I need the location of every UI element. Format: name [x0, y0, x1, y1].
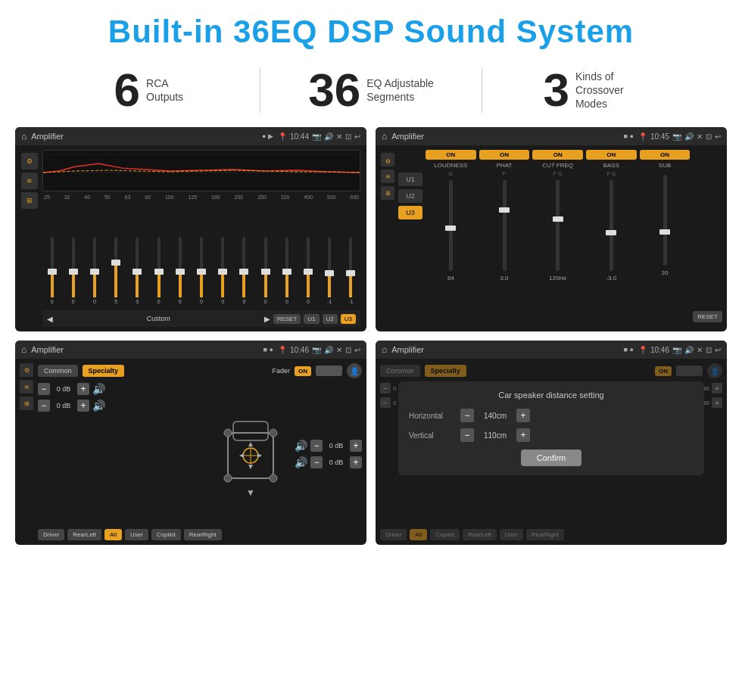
eq-track-11[interactable] [264, 237, 267, 297]
eq-u2-btn[interactable]: U2 [323, 314, 338, 324]
eq-track-14[interactable] [328, 237, 331, 297]
fader-rr-minus[interactable]: − [310, 456, 323, 468]
eq-track-10[interactable] [242, 237, 245, 297]
cr-phat-on[interactable]: ON [479, 150, 530, 160]
cr-preset-u3[interactable]: U3 [398, 206, 422, 219]
fader-rr-plus[interactable]: + [350, 456, 362, 468]
dialog-vertical-plus[interactable]: + [516, 428, 530, 442]
fader-btn-rearright[interactable]: RearRight [184, 529, 222, 540]
fader-fr-minus[interactable]: − [310, 440, 323, 452]
fader-rl-minus[interactable]: − [38, 400, 50, 412]
cr-sidebar-btn1[interactable]: ⚙ [381, 153, 394, 166]
fader-tab-common[interactable]: Common [38, 365, 78, 377]
cr-preset-u2[interactable]: U2 [398, 189, 422, 203]
eq-track-1[interactable] [51, 237, 54, 297]
fader-btn-all[interactable]: All [104, 529, 122, 540]
cr-sub-slider[interactable] [663, 175, 667, 266]
svg-marker-13 [248, 465, 253, 469]
eq-track-6[interactable] [157, 237, 161, 297]
cr-sub-label: SUB [659, 162, 671, 169]
dlg-bg-profile: 👤 [707, 363, 722, 378]
eq-track-8[interactable] [200, 237, 203, 297]
eq-sidebar-btn1[interactable]: ⚙ [21, 153, 38, 170]
fader-btn-driver[interactable]: Driver [38, 529, 64, 540]
fader-back-icon: ↩ [354, 346, 360, 354]
fader-profile-icon[interactable]: 👤 [347, 363, 362, 378]
dialog-horizontal-plus[interactable]: + [516, 409, 530, 422]
fader-rl-plus[interactable]: + [77, 400, 89, 412]
fader-row-rl: − 0 dB + 🔊 [38, 400, 207, 412]
cr-sidebar-btn2[interactable]: ≋ [381, 170, 394, 183]
fader-down-arrow[interactable]: ▼ [246, 487, 255, 498]
cr-bass-on[interactable]: ON [586, 150, 637, 160]
fader-on-btn[interactable]: ON [295, 366, 311, 376]
freq-63: 63 [125, 194, 131, 200]
eq-slider-7: 0 [170, 237, 189, 304]
fader-btn-copilot[interactable]: Copilot [151, 529, 181, 540]
cr-cutfreq-slider[interactable] [556, 180, 560, 271]
fader-screen: ⌂ Amplifier ■ ● 📍 10:46 📷 🔊 ✕ ⊡ ↩ ⚙ ≋ ⊞ … [15, 341, 366, 545]
eq-track-2[interactable] [72, 237, 75, 297]
fader-sidebar-btn1[interactable]: ⚙ [20, 363, 33, 377]
eq-u1-btn[interactable]: U1 [304, 314, 319, 324]
header-section: Built-in 36EQ DSP Sound System 6 RCAOutp… [0, 0, 742, 127]
eq-reset-btn[interactable]: RESET [273, 314, 301, 324]
eq-track-9[interactable] [221, 237, 224, 297]
fader-close-icon: ✕ [336, 346, 342, 354]
fader-bottom-bar: Driver RearLeft All User Copilot RearRig… [38, 529, 362, 540]
cr-reset-btn[interactable]: RESET [693, 311, 722, 322]
cr-bass-slider[interactable] [610, 180, 613, 271]
dialog-vertical-label: Vertical [409, 431, 454, 440]
eq-prev-btn[interactable]: ◀ [47, 315, 53, 323]
fader-rr-speaker: 🔊 [295, 456, 307, 468]
eq-sidebar-btn2[interactable]: ≋ [21, 173, 38, 189]
eq-slider-9: 0 [214, 237, 232, 304]
dialog-vertical-minus[interactable]: − [460, 428, 474, 442]
svg-point-7 [224, 474, 232, 482]
fader-fl-plus[interactable]: + [77, 383, 89, 395]
cr-preset-u1[interactable]: U1 [398, 173, 422, 186]
dlg-screen-icon: ⊡ [706, 346, 712, 354]
fader-top-row: Common Specialty Fader ON 👤 [38, 363, 362, 378]
eq-next-btn[interactable]: ▶ [264, 315, 270, 323]
eq-slider-2: 0 [64, 237, 83, 304]
eq-track-12[interactable] [285, 237, 288, 297]
stat-crossover: 3 Kinds ofCrossover Modes [490, 67, 697, 114]
eq-slider-12: 0 [277, 237, 296, 304]
fader-slider[interactable] [316, 366, 342, 376]
svg-marker-15 [257, 453, 262, 458]
confirm-button[interactable]: Confirm [521, 450, 581, 466]
cr-phat-slider[interactable] [503, 180, 507, 271]
eq-u3-btn[interactable]: U3 [341, 314, 356, 324]
eq-val-9: 0 [221, 299, 224, 304]
fader-sidebar-btn2[interactable]: ≋ [20, 380, 33, 394]
eq-track-5[interactable] [136, 237, 139, 297]
car-diagram-svg [217, 410, 285, 493]
cr-loudness-slider[interactable] [449, 180, 453, 271]
eq-slider-3: 0 [85, 237, 104, 304]
cr-sidebar-btn3[interactable]: ⊞ [381, 186, 394, 200]
fader-fr-plus[interactable]: + [350, 440, 362, 452]
fader-btn-rearleft[interactable]: RearLeft [67, 529, 101, 540]
eq-track-15[interactable] [349, 237, 352, 297]
eq-bottom-bar: ◀ Custom ▶ RESET U1 U2 U3 [42, 310, 360, 327]
fader-fl-minus[interactable]: − [38, 383, 50, 395]
fader-btn-user[interactable]: User [125, 529, 148, 540]
eq-val-1: 0 [51, 299, 54, 304]
eq-track-13[interactable] [307, 237, 310, 297]
freq-320: 320 [281, 194, 290, 200]
dialog-horizontal-minus[interactable]: − [460, 409, 474, 422]
cr-cutfreq-on[interactable]: ON [532, 150, 583, 160]
fader-sidebar-btn3[interactable]: ⊞ [20, 397, 33, 410]
freq-200: 200 [235, 194, 244, 200]
freq-50: 50 [104, 194, 111, 200]
eq-track-7[interactable] [179, 237, 182, 297]
eq-track-3[interactable] [93, 237, 96, 297]
eq-sidebar-btn3[interactable]: ⊞ [21, 192, 38, 209]
dialog-screen: ⌂ Amplifier ■ ● 📍 10:46 📷 🔊 ✕ ⊡ ↩ Common… [376, 341, 727, 545]
freq-125: 125 [188, 194, 197, 200]
fader-tab-specialty[interactable]: Specialty [83, 365, 125, 377]
cr-loudness-on[interactable]: ON [426, 150, 476, 160]
cr-sub-on[interactable]: ON [640, 150, 691, 160]
eq-track-4[interactable] [114, 237, 117, 297]
